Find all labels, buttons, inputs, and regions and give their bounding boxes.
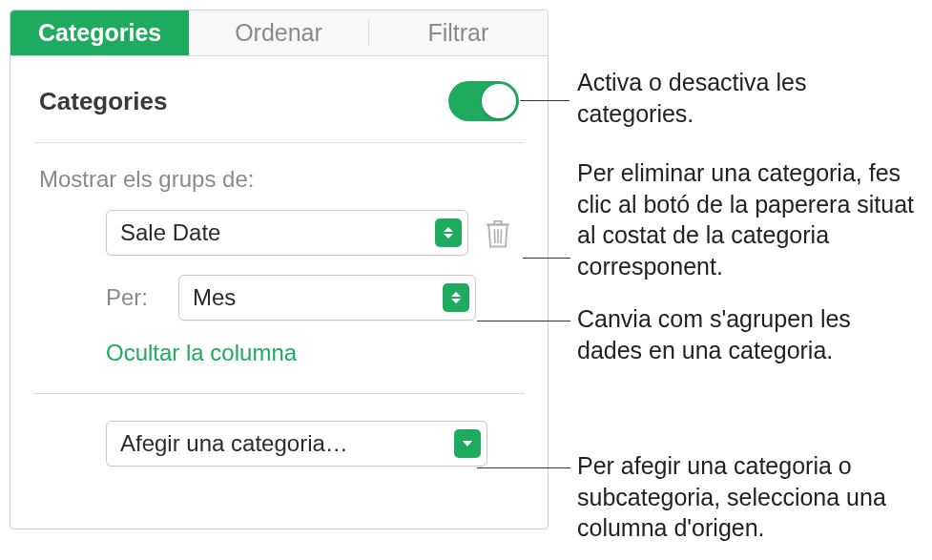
delete-category-button[interactable] (484, 217, 512, 249)
categories-toggle[interactable] (448, 81, 519, 121)
callout-line (477, 321, 570, 321)
annotation-add: Per afegir una categoria o subcategoria,… (577, 450, 921, 544)
divider (33, 393, 525, 394)
category-column-select[interactable]: Sale Date (106, 210, 468, 256)
add-category-row: Afegir una categoria… (39, 421, 519, 467)
add-category-select[interactable]: Afegir una categoria… (106, 421, 487, 467)
section-title: Categories (39, 87, 167, 116)
categories-panel: Categories Ordenar Filtrar Categories Mo… (10, 10, 549, 529)
hide-column-link[interactable]: Ocultar la columna (39, 340, 519, 366)
trash-icon (484, 217, 512, 249)
popup-arrows-icon (435, 218, 462, 247)
callout-line (477, 467, 570, 468)
tab-bar: Categories Ordenar Filtrar (10, 10, 548, 56)
per-select[interactable]: Mes (178, 275, 476, 321)
popup-arrows-icon (443, 283, 469, 312)
header-row: Categories (39, 81, 519, 121)
callout-line (523, 258, 570, 259)
toggle-knob (482, 84, 516, 118)
tab-sort[interactable]: Ordenar (189, 10, 367, 55)
groups-label: Mostrar els grups de: (39, 166, 519, 193)
tab-filter[interactable]: Filtrar (369, 10, 548, 55)
category-column-row: Sale Date (39, 210, 519, 256)
annotation-toggle: Activa o desactiva les categories. (577, 67, 901, 129)
annotation-per: Canvia com s'agrupen les dades en una ca… (577, 303, 921, 365)
panel-body: Categories Mostrar els grups de: Sale Da… (10, 56, 548, 486)
category-column-value: Sale Date (120, 219, 435, 246)
callout-line (520, 100, 570, 101)
add-category-label: Afegir una categoria… (120, 430, 454, 457)
annotation-trash: Per eliminar una categoria, fes clic al … (577, 157, 921, 281)
per-value: Mes (193, 284, 443, 311)
dropdown-arrow-icon (454, 429, 481, 458)
tab-categories[interactable]: Categories (10, 10, 189, 55)
per-label: Per: (106, 284, 178, 311)
per-row: Per: Mes (39, 275, 519, 321)
divider (33, 142, 525, 143)
